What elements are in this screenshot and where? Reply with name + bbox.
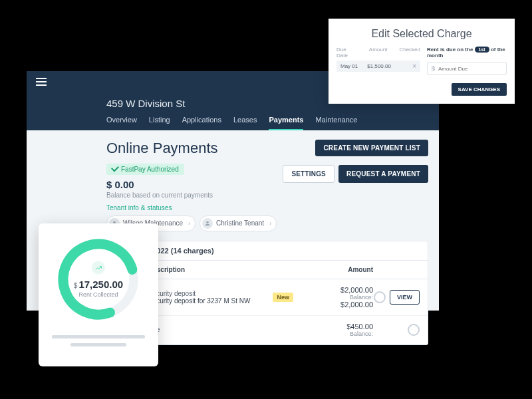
tab-listing[interactable]: Listing bbox=[149, 116, 170, 130]
select-radio[interactable] bbox=[374, 291, 386, 303]
chevron-right-icon: › bbox=[186, 220, 192, 227]
label-amount: Amount bbox=[369, 47, 388, 59]
view-button[interactable]: VIEW bbox=[390, 290, 420, 305]
fastpay-badge: FastPay Authorized bbox=[106, 164, 184, 175]
row-date: May 01 bbox=[340, 63, 358, 69]
menu-icon[interactable] bbox=[36, 78, 47, 86]
save-changes-button[interactable]: SAVE CHANGES bbox=[452, 83, 507, 96]
edit-charge-dialog: Edit Selected Charge Due Date Amount Che… bbox=[329, 19, 515, 104]
tenant-info-link[interactable]: Tenant info & statuses bbox=[106, 204, 428, 211]
charge-row: May 01 $1,500.00 × bbox=[336, 61, 420, 72]
amount-input-wrap: $ bbox=[427, 62, 507, 75]
svg-point-1 bbox=[206, 221, 208, 223]
avatar-icon bbox=[202, 218, 213, 229]
chevron-right-icon: › bbox=[267, 220, 273, 227]
label-checked: Checked bbox=[399, 47, 420, 59]
donut-chart: $17,250.00 Rent Collected bbox=[52, 233, 145, 326]
new-badge: New bbox=[273, 293, 293, 302]
tab-leases[interactable]: Leases bbox=[233, 116, 257, 130]
charge-amount: $450.00 Balance: bbox=[293, 323, 373, 337]
tab-overview[interactable]: Overview bbox=[106, 116, 137, 130]
select-radio[interactable] bbox=[408, 324, 420, 336]
due-day-pill[interactable]: 1st bbox=[475, 47, 489, 53]
tab-payments[interactable]: Payments bbox=[269, 116, 303, 130]
fastpay-label: FastPay Authorized bbox=[121, 166, 179, 173]
check-icon bbox=[111, 164, 119, 172]
dialog-title: Edit Selected Charge bbox=[329, 19, 515, 47]
amount-due-input[interactable] bbox=[438, 66, 502, 72]
request-payment-button[interactable]: REQUEST A PAYMENT bbox=[338, 165, 428, 183]
rent-collected-card: $17,250.00 Rent Collected bbox=[39, 223, 158, 366]
trend-up-icon bbox=[92, 261, 105, 275]
charge-amount: $2,000.00 Balance: $2,000.00 bbox=[293, 286, 373, 309]
tenant-chip[interactable]: Christine Tenant › bbox=[200, 215, 277, 231]
row-amount: $1,500.00 bbox=[367, 63, 391, 69]
charge-description: Security deposit Security deposit for 32… bbox=[148, 290, 293, 305]
stat-label: Rent Collected bbox=[74, 291, 123, 298]
col-description: Description bbox=[148, 266, 293, 273]
remove-icon[interactable]: × bbox=[412, 63, 416, 70]
charge-description: Fee bbox=[148, 326, 293, 333]
tab-maintenance[interactable]: Maintenance bbox=[315, 116, 357, 130]
placeholder-bars bbox=[52, 335, 145, 346]
nav-tabs: Overview Listing Applications Leases Pay… bbox=[106, 116, 439, 130]
tab-applications[interactable]: Applications bbox=[182, 116, 221, 130]
dollar-icon: $ bbox=[432, 65, 435, 72]
settings-button[interactable]: SETTINGS bbox=[283, 165, 334, 183]
balance-subtitle: Balance based on current payments bbox=[106, 192, 428, 199]
label-due-date: Due Date bbox=[336, 47, 357, 59]
tenant-name: Christine Tenant bbox=[216, 219, 264, 227]
col-amount: Amount bbox=[293, 266, 373, 273]
due-description: Rent is due on the 1st of the month bbox=[427, 47, 507, 59]
svg-point-0 bbox=[113, 221, 115, 223]
stat-value: $17,250.00 bbox=[74, 279, 123, 290]
create-payment-list-button[interactable]: CREATE NEW PAYMENT LIST bbox=[315, 140, 428, 156]
